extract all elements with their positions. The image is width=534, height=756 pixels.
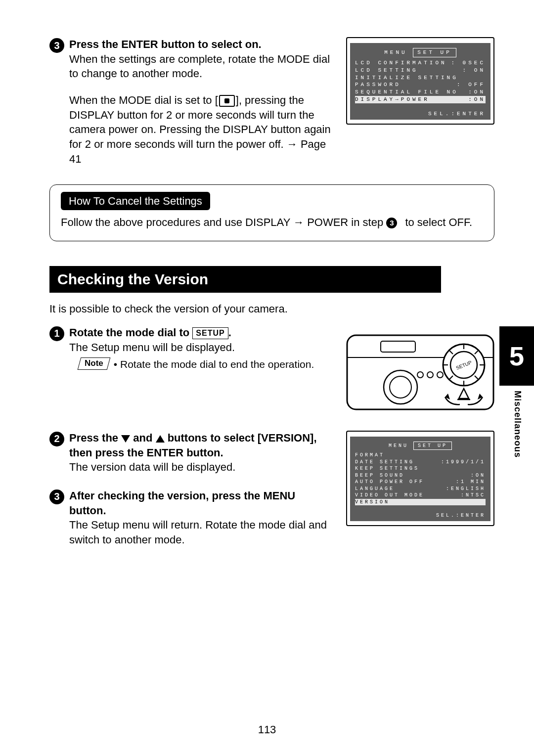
step3-para2: When the MODE dial is set to [], pressin… [69,93,332,166]
screen2-foot: SEL.:ENTER [355,512,486,519]
setup-box-label: SETUP [192,327,228,339]
svg-point-5 [417,372,423,378]
v1-title: Rotate the mode dial to SETUP. [69,325,332,340]
screen1-foot: SEL.:ENTER [355,110,486,118]
v2-number: 2 [49,432,64,446]
v2-title-b: and [130,432,155,444]
v3-number: 3 [49,489,64,504]
s1r3l: PASSWORD [355,81,401,89]
note-text: • Rotate the mode dial to end the operat… [114,357,314,371]
lcd-screenshot-2: MENU SET UP FORMAT DATE SETTING:1999/1/1… [346,431,494,526]
screen1-menu-label: MENU [384,49,407,55]
version-step1-row: 1 Rotate the mode dial to SETUP. The Set… [49,325,494,414]
s2r0l: FORMAT [355,452,385,459]
note-badge-text: Note [85,358,103,369]
screen1-title-box: SET UP [413,48,456,57]
side-tab-number: 5 [499,326,534,386]
s1r0r: : 0SEC [451,59,486,67]
s2r6r: :NTSC [461,492,486,499]
v1-title-a: Rotate the mode dial to [69,326,192,339]
lcd-screenshot-1: MENU SET UP LCD CONFIRMATION: 0SEC LCD S… [346,37,494,170]
step3-number: 3 [49,38,64,53]
note-badge: Note [78,357,110,370]
screen2-title-box: SET UP [413,442,452,450]
cancel-pill: How To Cancel the Settings [61,192,210,211]
cancel-settings-box: How To Cancel the Settings Follow the ab… [49,184,494,241]
upper-row: 3 Press the ENTER button to select on. W… [49,37,494,170]
s2r6l: VIDEO OUT MODE [355,492,424,499]
step3-block: 3 Press the ENTER button to select on. W… [49,37,332,170]
s2r3r: :ON [471,472,486,479]
v1-number: 1 [49,326,64,341]
note-row: Note • Rotate the mode dial to end the o… [79,357,332,371]
s1r4l: SEQUENTIAL FILE NO [355,89,458,96]
s1r1l: LCD SETTING [355,67,418,74]
s1r1r: : ON [463,67,486,74]
s2hl-l: VERSION [355,499,390,506]
s2r3l: BEEP SOUND [355,472,404,479]
s1r3r: : OFF [457,81,486,89]
v2-body: The version data will be displayed. [69,460,332,475]
v2-title-a: Press the [69,432,121,444]
v2-title: Press the and buttons to select [VERSION… [69,431,332,460]
version-step2-row: 2 Press the and buttons to select [VERSI… [49,431,494,550]
screen2-menu-label: MENU [389,443,408,448]
v1-title-b: . [228,326,231,339]
s1hl-l: DISPLAY→POWER [355,96,430,103]
s1r2l: INITIALIZE SETTING [355,74,458,82]
svg-point-4 [390,376,411,398]
s2r5r: :ENGLISH [446,486,486,492]
side-tab: 5 Miscellaneous [499,326,534,458]
step3-title: Press the ENTER button to select on. [69,37,332,52]
s1r4r: :ON [468,89,486,96]
camera-illustration: SETUP [346,325,494,414]
s1hl-r: :ON [468,96,486,103]
cancel-text-a: Follow the above procedures and use DISP… [61,216,386,228]
step3-para2a: When the MODE dial is set to [ [69,94,218,106]
camera-icon [219,95,235,107]
manual-page: 3 Press the ENTER button to select on. W… [0,0,534,756]
v3-title: After checking the version, press the ME… [69,489,332,518]
s2r2l: KEEP SETTINGS [355,465,419,472]
s2r4l: AUTO POWER OFF [355,479,424,486]
svg-point-6 [427,372,433,378]
triangle-up-icon [156,435,165,443]
cancel-text-b: to select OFF. [402,216,472,228]
cancel-inline-num: 3 [386,218,397,228]
page-number: 113 [0,723,534,736]
svg-rect-2 [381,341,415,352]
svg-point-7 [437,372,443,378]
triangle-down-icon [121,435,130,443]
intro-text: It is possible to check the version of y… [49,303,494,315]
cancel-text: Follow the above procedures and use DISP… [61,215,483,230]
side-tab-label: Miscellaneous [499,386,523,458]
v3-body: The Setup menu will return. Rotate the m… [69,518,332,547]
s2r4r: :1 MIN [456,479,486,486]
camera-svg-icon: SETUP [346,325,494,412]
s2r1r: :1999/1/1 [441,459,486,466]
s2r1l: DATE SETTING [355,459,414,466]
s1r0l: LCD CONFIRMATION [355,59,447,67]
s2r5l: LANGUAGE [355,486,395,492]
v1-body: The Setup menu will be displayed. [69,340,332,355]
section-title: Checking the Version [49,266,441,293]
step3-para1: When the settings are complete, rotate t… [69,52,332,81]
